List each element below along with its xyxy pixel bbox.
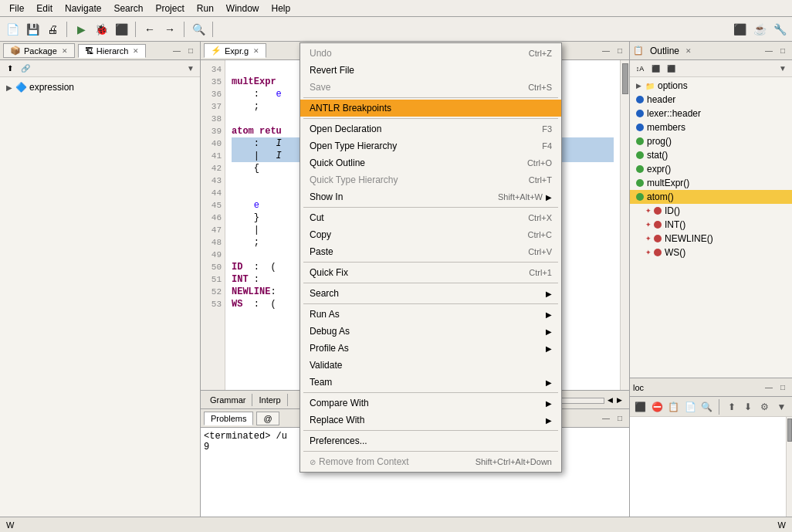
link-editor-btn[interactable]: 🔗: [19, 62, 32, 76]
right-bottom-maximize[interactable]: □: [777, 381, 789, 394]
search-btn[interactable]: 🔍: [189, 20, 208, 39]
rb-stop-btn[interactable]: ⬛: [633, 399, 648, 415]
outline-item-stat[interactable]: stat(): [630, 148, 792, 162]
ctx-show-in[interactable]: Show In Shift+Alt+W ▶: [300, 188, 561, 205]
outline-item-newline[interactable]: ✦ NEWLINE(): [630, 232, 792, 246]
ctx-quick-fix[interactable]: Quick Fix Ctrl+1: [300, 264, 561, 281]
antlr-btn[interactable]: 🔧: [770, 20, 789, 39]
ctx-compare[interactable]: Compare With ▶: [300, 395, 561, 412]
menu-edit[interactable]: Edit: [30, 2, 59, 15]
print-btn[interactable]: 🖨: [43, 20, 62, 39]
menu-file[interactable]: File: [3, 2, 30, 15]
console-minimize[interactable]: —: [600, 412, 612, 425]
outline-menu-btn[interactable]: ▼: [777, 63, 789, 75]
ctx-run-as[interactable]: Run As ▶: [300, 306, 561, 323]
console-maximize[interactable]: □: [614, 412, 626, 425]
hide-static-btn[interactable]: ⬛: [664, 62, 678, 76]
toolbar: 📄 💾 🖨 ▶ 🐞 ⬛ ← → 🔍 ⬛ ☕ 🔧: [0, 17, 792, 42]
tab-grammar[interactable]: Grammar: [204, 394, 252, 406]
outline-item-expr[interactable]: expr(): [630, 162, 792, 176]
outline-label-header: header: [647, 94, 675, 105]
ctx-team[interactable]: Team ▶: [300, 374, 561, 391]
menu-navigate[interactable]: Navigate: [59, 2, 107, 15]
tab-problems[interactable]: Problems: [204, 412, 253, 425]
ctx-profile-as[interactable]: Profile As ▶: [300, 340, 561, 357]
ctx-open-decl[interactable]: Open Declaration F3: [300, 120, 561, 137]
perspective-btn[interactable]: ⬛: [730, 20, 749, 39]
ctx-copy[interactable]: Copy Ctrl+C: [300, 226, 561, 243]
outline-item-prog[interactable]: prog(): [630, 134, 792, 148]
tab-interp[interactable]: Interp: [252, 394, 287, 406]
tab-expr[interactable]: ⚡ Expr.g ✕: [204, 43, 266, 58]
rb-export-btn[interactable]: ⬆: [724, 399, 739, 415]
java-btn[interactable]: ☕: [750, 20, 769, 39]
ctx-search[interactable]: Search ▶: [300, 285, 561, 302]
outline-close[interactable]: ✕: [685, 47, 692, 55]
rb-import-btn[interactable]: ⬇: [741, 399, 756, 415]
minimize-btn[interactable]: —: [171, 45, 183, 57]
maximize-btn[interactable]: □: [184, 45, 197, 57]
rb-settings-btn[interactable]: ⚙: [757, 399, 772, 415]
outline-item-lexer-header[interactable]: lexer::header: [630, 107, 792, 120]
fwd-btn[interactable]: →: [161, 20, 179, 39]
scroll-left[interactable]: ◀: [608, 396, 617, 404]
hide-fields-btn[interactable]: ⬛: [648, 62, 662, 76]
ctx-preferences[interactable]: Preferences...: [300, 432, 561, 449]
outline-item-atom[interactable]: atom(): [630, 190, 792, 204]
ctx-open-type[interactable]: Open Type Hierarchy F4: [300, 137, 561, 154]
tab-at[interactable]: @: [256, 412, 279, 425]
outline-item-multexpr[interactable]: multExpr(): [630, 176, 792, 190]
ctx-replace[interactable]: Replace With ▶: [300, 412, 561, 429]
ctx-quick-outline[interactable]: Quick Outline Ctrl+O: [300, 154, 561, 171]
ctx-paste[interactable]: Paste Ctrl+V: [300, 243, 561, 260]
menu-window[interactable]: Window: [220, 2, 266, 15]
rb-menu-btn[interactable]: ▼: [774, 399, 789, 415]
new-btn[interactable]: 📄: [3, 20, 22, 39]
ctx-antlr[interactable]: ANTLR Breakpoints: [300, 100, 561, 117]
outline-item-members[interactable]: members: [630, 120, 792, 134]
ctx-cut[interactable]: Cut Ctrl+X: [300, 209, 561, 226]
menu-help[interactable]: Help: [266, 2, 297, 15]
menu-search[interactable]: Search: [107, 2, 149, 15]
tree-menu-btn[interactable]: ▼: [184, 63, 197, 75]
outline-item-int[interactable]: ✦ INT(): [630, 218, 792, 232]
debug-btn[interactable]: 🐞: [92, 20, 110, 39]
ctx-revert[interactable]: Revert File: [300, 62, 561, 79]
tree-item-expression[interactable]: ▶ 🔷 expression: [0, 80, 200, 94]
rb-paste-btn[interactable]: 📄: [682, 399, 697, 415]
ctx-remove-context[interactable]: ⊘ Remove from Context Shift+Ctrl+Alt+Dow…: [300, 453, 561, 470]
run-btn[interactable]: ▶: [72, 20, 90, 39]
right-bottom-content[interactable]: [630, 417, 792, 532]
editor-minimize-btn[interactable]: —: [600, 45, 612, 57]
ctx-validate[interactable]: Validate: [300, 357, 561, 374]
ctx-quick-type[interactable]: Quick Type Hierarchy Ctrl+T: [300, 171, 561, 188]
ctx-debug-as[interactable]: Debug As ▶: [300, 323, 561, 340]
outline-maximize[interactable]: □: [777, 45, 789, 57]
sort-btn[interactable]: ↕A: [633, 62, 647, 76]
rb-stop2-btn[interactable]: ⛔: [649, 399, 664, 415]
outline-item-id[interactable]: ✦ ID(): [630, 204, 792, 218]
scrollbar-thumb[interactable]: [622, 63, 628, 94]
rb-search-btn[interactable]: 🔍: [699, 399, 714, 415]
outline-item-header[interactable]: header: [630, 93, 792, 107]
tab-package-close[interactable]: ✕: [62, 47, 68, 55]
collapse-all-btn[interactable]: ⬆: [3, 62, 17, 76]
menu-run[interactable]: Run: [191, 2, 220, 15]
stop-btn[interactable]: ⬛: [112, 20, 130, 39]
back-btn[interactable]: ←: [140, 20, 159, 39]
outline-item-options[interactable]: ▶ 📁 options: [630, 79, 792, 93]
tab-hierarchy[interactable]: 🏗 Hierarch ✕: [78, 44, 147, 58]
ctx-save[interactable]: Save Ctrl+S: [300, 79, 561, 96]
outline-minimize[interactable]: —: [763, 45, 775, 57]
menu-project[interactable]: Project: [149, 2, 190, 15]
rb-copy-btn[interactable]: 📋: [666, 399, 681, 415]
right-bottom-minimize[interactable]: —: [763, 381, 775, 394]
tab-hierarchy-close[interactable]: ✕: [133, 47, 139, 55]
tab-package[interactable]: 📦 Package ✕: [3, 43, 75, 58]
ctx-undo[interactable]: Undo Ctrl+Z: [300, 45, 561, 62]
scroll-right[interactable]: ▶: [617, 396, 626, 404]
editor-maximize-btn[interactable]: □: [614, 45, 626, 57]
save-btn[interactable]: 💾: [23, 20, 42, 39]
tab-expr-close[interactable]: ✕: [253, 47, 259, 55]
outline-item-ws[interactable]: ✦ WS(): [630, 246, 792, 259]
